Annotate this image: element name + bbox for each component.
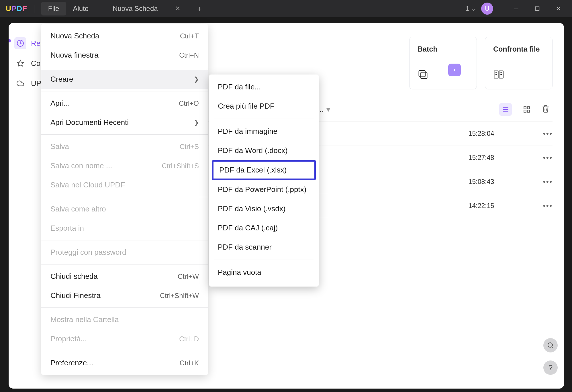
submenu-item[interactable]: PDF da immagine (209, 122, 319, 141)
submenu-item[interactable]: Crea più file PDF (209, 97, 319, 116)
menu-shortcut: Ctrl+Shift+S (162, 162, 199, 170)
cloud-icon (14, 77, 26, 89)
menu-item[interactable]: Chiudi schedaCtrl+W (41, 267, 208, 286)
submenu-item[interactable]: PDF da CAJ (.caj) (209, 218, 319, 238)
menu-item-label: Salva nel Cloud UPDF (50, 181, 125, 189)
menu-help[interactable]: Aiuto (66, 2, 95, 15)
svg-point-17 (548, 343, 553, 347)
submenu-item[interactable]: PDF da PowerPoint (.pptx) (209, 180, 319, 199)
svg-line-18 (552, 347, 553, 348)
file-dropdown-menu: Nuova SchedaCtrl+TNuova finestraCtrl+NCr… (41, 24, 208, 375)
menu-item[interactable]: Preferenze...Ctrl+K (41, 353, 208, 373)
menu-divider (214, 119, 314, 119)
svg-rect-15 (524, 110, 526, 112)
trash-button[interactable] (542, 105, 550, 114)
menu-item-label: Esporta in (50, 224, 84, 233)
star-icon (14, 57, 26, 69)
menu-divider (214, 260, 314, 260)
card-compare[interactable]: Confronta file (485, 37, 553, 89)
more-icon[interactable]: ••• (543, 129, 553, 138)
menu-item-label: Mostra nella Cartella (50, 315, 119, 324)
menu-item[interactable]: Nuova finestraCtrl+N (41, 46, 208, 65)
menu-shortcut: Ctrl+O (179, 99, 199, 107)
menu-item-label: Proprietà... (50, 334, 87, 343)
svg-rect-14 (527, 107, 530, 109)
menu-shortcut: Ctrl+Shift+W (160, 292, 199, 300)
menu-item[interactable]: Creare❯ (41, 70, 208, 89)
menu-shortcut: Ctrl+K (180, 359, 199, 367)
divider (501, 5, 501, 12)
menu-item[interactable]: Nuova SchedaCtrl+T (41, 26, 208, 46)
submenu-item[interactable]: PDF da scanner (209, 238, 319, 257)
menu-item-label: Salva come altro (50, 205, 106, 213)
menu-item-label: Salva (50, 142, 69, 151)
card-title: Confronta file (493, 45, 544, 53)
menu-item-label: Proteggi con password (50, 248, 126, 257)
more-icon[interactable]: ••• (543, 153, 553, 162)
close-icon[interactable]: ✕ (175, 5, 180, 12)
menu-item: Proprietà...Ctrl+D (41, 329, 208, 348)
new-tab-button[interactable]: ＋ (196, 4, 203, 14)
menu-item-label: Salva con nome ... (50, 161, 112, 170)
menu-divider (41, 307, 208, 308)
divider (34, 5, 34, 13)
menu-divider (41, 91, 208, 91)
float-help-button[interactable]: ? (543, 360, 558, 375)
menu-item: Proteggi con password (41, 243, 208, 262)
view-list-button[interactable] (499, 103, 512, 116)
maximize-button[interactable]: ☐ (530, 3, 545, 14)
menu-item-label: Apri... (50, 99, 70, 108)
menu-item-label: Nuova Scheda (50, 32, 99, 40)
more-icon[interactable]: ••• (543, 201, 553, 210)
chevron-right-icon: ❯ (194, 119, 199, 126)
menu-item-label: Apri Documenti Recenti (50, 118, 129, 127)
menu-item: Salva con nome ...Ctrl+Shift+S (41, 156, 208, 175)
menu-item[interactable]: Apri Documenti Recenti❯ (41, 113, 208, 132)
menu-shortcut: Ctrl+D (179, 335, 199, 343)
float-search-button[interactable] (543, 338, 558, 352)
svg-rect-3 (421, 72, 427, 79)
tab-title: Nuova Scheda (113, 5, 158, 13)
card-title: Batch (418, 45, 469, 53)
submenu-item[interactable]: PDF da Visio (.vsdx) (209, 199, 319, 218)
tab-new-tab[interactable]: Nuova Scheda ✕ (104, 1, 189, 17)
more-icon[interactable]: ••• (543, 177, 553, 186)
menu-shortcut: Ctrl+S (180, 143, 199, 151)
menu-item-label: Nuova finestra (50, 51, 99, 60)
menu-item-label: Chiudi scheda (50, 272, 98, 281)
submenu-item[interactable]: PDF da Word (.docx) (209, 141, 319, 160)
file-time: 15:08:43 (469, 178, 543, 186)
view-grid-button[interactable] (520, 103, 533, 116)
menu-shortcut: Ctrl+N (179, 51, 199, 59)
create-submenu: PDF da file...Crea più file PDFPDF da im… (209, 75, 319, 287)
svg-marker-1 (17, 60, 23, 66)
menu-item[interactable]: Apri...Ctrl+O (41, 94, 208, 113)
svg-rect-2 (419, 70, 425, 77)
titlebar: UPDF File Aiuto Nuova Scheda ✕ ＋ 1 ⌵ U ─… (0, 0, 572, 17)
chevron-right-icon: ❯ (194, 76, 199, 83)
submenu-item[interactable]: PDF da file... (209, 77, 319, 97)
file-time: 15:28:04 (469, 130, 543, 138)
card-batch[interactable]: Batch (409, 37, 477, 89)
svg-rect-16 (527, 110, 530, 112)
menu-divider (41, 197, 208, 197)
close-button[interactable]: ✕ (551, 3, 566, 14)
menu-divider (41, 264, 208, 264)
submenu-item[interactable]: PDF da Excel (.xlsx) (212, 160, 316, 180)
logo: UPDF (6, 4, 27, 13)
menu-item: Mostra nella Cartella (41, 310, 208, 329)
count-dropdown[interactable]: 1 ⌵ (466, 5, 475, 13)
menu-divider (41, 134, 208, 135)
minimize-button[interactable]: ─ (508, 3, 524, 14)
menu-item[interactable]: Chiudi FinestraCtrl+Shift+W (41, 286, 208, 305)
menu-item: Esporta in (41, 219, 208, 238)
avatar[interactable]: U (481, 3, 493, 15)
submenu-item[interactable]: Pagina vuota (209, 263, 319, 282)
menu-divider (41, 67, 208, 67)
menu-item-label: Chiudi Finestra (50, 291, 101, 300)
menu-file[interactable]: File (41, 2, 66, 15)
menu-item: Salva nel Cloud UPDF (41, 175, 208, 195)
batch-icon (418, 69, 430, 81)
menu-divider (41, 351, 208, 351)
menu-item-label: Preferenze... (50, 358, 93, 367)
